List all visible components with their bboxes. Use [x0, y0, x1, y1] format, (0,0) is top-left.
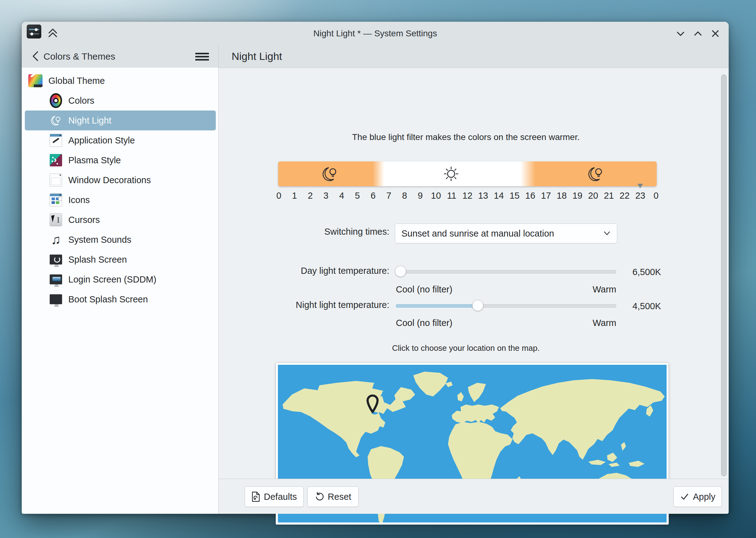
boot-splash-icon — [50, 293, 62, 305]
reset-label: Reset — [328, 492, 351, 502]
sidebar-item-label: Splash Screen — [25, 254, 127, 265]
day-temp-value: 6,500K — [621, 267, 661, 277]
night-temp-slider[interactable] — [396, 300, 616, 311]
window-title: Night Light * — System Settings — [22, 22, 729, 45]
slider-handle[interactable] — [395, 266, 406, 277]
switching-times-value: Sunset and sunrise at manual location — [402, 224, 554, 243]
check-icon — [680, 492, 689, 501]
hour-label: 16 — [523, 190, 537, 201]
vertical-scrollbar[interactable] — [721, 75, 727, 476]
hour-label: 20 — [586, 190, 600, 201]
sidebar-item-cursors[interactable]: ICursors — [25, 210, 216, 230]
day-temp-label: Day light temperature: — [256, 266, 389, 276]
hour-label: 11 — [445, 190, 459, 201]
hour-label: 3 — [319, 190, 333, 201]
reset-button[interactable]: Reset — [307, 486, 358, 507]
hour-label: 4 — [335, 190, 349, 201]
night-light-icon — [50, 114, 62, 127]
back-button[interactable] — [28, 49, 42, 63]
warm-label: Warm — [593, 318, 616, 328]
cursors-icon: I — [50, 214, 62, 226]
hour-label: 22 — [618, 190, 631, 201]
slider-fill — [396, 304, 478, 308]
slider-track[interactable] — [396, 270, 616, 274]
sun-icon — [442, 165, 460, 183]
cool-label: Cool (no filter) — [396, 318, 452, 328]
sidebar-item-application-style[interactable]: Application Style — [25, 131, 216, 150]
hour-label: 15 — [508, 190, 521, 201]
night-temp-range-labels: Cool (no filter) Warm — [396, 318, 616, 328]
footer-bar: Defaults Reset Apply — [219, 479, 729, 514]
hour-label: 7 — [382, 190, 396, 201]
hour-label: 5 — [351, 190, 364, 201]
sidebar-item-night-light[interactable]: Night Light — [25, 111, 216, 131]
sidebar-item-window-decorations[interactable]: Window Decorations — [25, 170, 216, 190]
day-temp-range-labels: Cool (no filter) Warm — [396, 284, 616, 295]
sidebar-item-label: Plasma Style — [25, 155, 121, 165]
menu-icon[interactable] — [195, 51, 209, 62]
hour-label: 13 — [476, 190, 490, 201]
system-sounds-icon: ♫ — [50, 234, 62, 246]
hour-label: 18 — [555, 190, 568, 201]
icons-icon — [50, 194, 62, 206]
hour-label: 23 — [633, 190, 647, 201]
night-light-timeline[interactable] — [278, 161, 657, 186]
apply-label: Apply — [693, 492, 716, 502]
sidebar-item-label: Login Screen (SDDM) — [25, 274, 156, 285]
close-button[interactable] — [710, 28, 721, 39]
sidebar-item-colors[interactable]: Colors — [25, 91, 216, 111]
hour-label: 0 — [272, 190, 286, 201]
switching-times-label: Switching times: — [256, 227, 389, 237]
hour-scale: 012345678910111213141516171819202122230 — [272, 190, 663, 201]
night-temp-value: 4,500K — [621, 301, 661, 311]
hour-label: 2 — [303, 190, 317, 201]
night-light-icon — [587, 165, 604, 183]
system-settings-window: Night Light * — System Settings Colors &… — [22, 22, 729, 514]
sidebar-item-global-theme[interactable]: Global Theme — [25, 71, 216, 91]
login-screen-icon — [50, 273, 62, 286]
sidebar-item-label: Boot Splash Screen — [25, 294, 148, 304]
defaults-label: Defaults — [264, 492, 297, 502]
sidebar-item-splash-screen[interactable]: Splash Screen — [25, 249, 216, 269]
global-theme-icon — [28, 73, 43, 88]
sidebar-item-label: Window Decorations — [25, 175, 151, 185]
hour-label: 6 — [366, 190, 380, 201]
sidebar-item-label: Application Style — [25, 135, 135, 146]
maximize-button[interactable] — [693, 28, 703, 39]
hour-label: 19 — [571, 190, 584, 201]
defaults-button[interactable]: Defaults — [244, 486, 304, 507]
hour-label: 0 — [649, 190, 663, 201]
apply-button[interactable]: Apply — [674, 486, 722, 507]
switching-times-select[interactable]: Sunset and sunrise at manual location — [395, 224, 617, 243]
undo-icon — [315, 492, 324, 501]
sidebar-item-plasma-style[interactable]: Plasma Style — [25, 150, 216, 170]
sidebar-item-label: Cursors — [25, 215, 100, 225]
hour-label: 17 — [539, 190, 553, 201]
location-pin-icon[interactable] — [366, 395, 379, 414]
hour-label: 8 — [398, 190, 411, 201]
titlebar[interactable]: Night Light * — System Settings — [22, 22, 729, 45]
hour-label: 9 — [413, 190, 427, 201]
day-temp-slider[interactable] — [396, 266, 616, 277]
document-revert-icon — [251, 491, 260, 502]
hour-label: 21 — [602, 190, 616, 201]
night-light-page: The blue light filter makes the colors o… — [219, 68, 729, 514]
intro-text: The blue light filter makes the colors o… — [219, 132, 713, 142]
sidebar-item-boot-splash-screen[interactable]: Boot Splash Screen — [25, 289, 216, 309]
sidebar-item-system-sounds[interactable]: ♫System Sounds — [25, 230, 216, 249]
hour-label: 14 — [492, 190, 506, 201]
application-style-icon — [50, 134, 62, 146]
sidebar-item-icons[interactable]: Icons — [25, 190, 216, 210]
map-caption: Click to choose your location on the map… — [219, 343, 713, 353]
sidebar-header: Colors & Themes — [22, 45, 219, 68]
page-title: Night Light — [232, 45, 282, 68]
sidebar-item-login-screen-sddm-[interactable]: Login Screen (SDDM) — [25, 269, 216, 289]
slider-handle[interactable] — [472, 300, 483, 311]
sidebar-item-label: System Sounds — [25, 235, 131, 245]
minimize-button[interactable] — [675, 28, 686, 39]
hour-label: 10 — [429, 190, 443, 201]
splash-screen-icon — [50, 253, 62, 266]
chevron-down-icon — [603, 229, 611, 238]
night-temp-label: Night light temperature: — [256, 300, 389, 310]
window-decorations-icon — [50, 174, 62, 186]
